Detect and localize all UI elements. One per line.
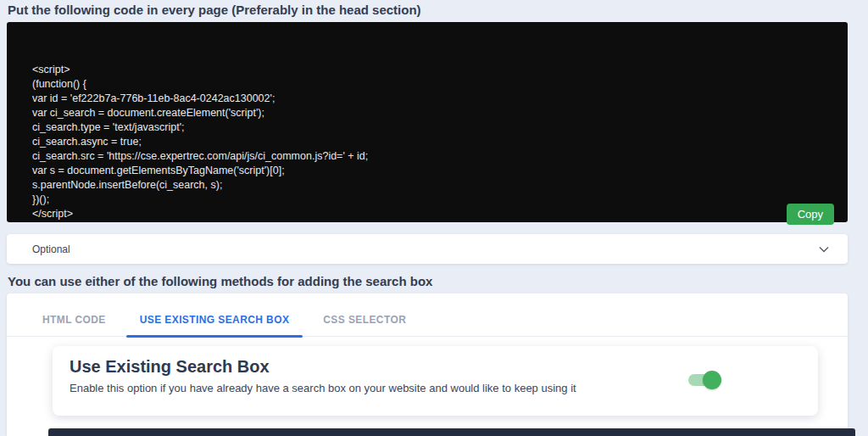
optional-accordion-header[interactable]: Optional: [7, 234, 848, 264]
tab-use-existing-search-box[interactable]: USE EXISTING SEARCH BOX: [126, 309, 303, 336]
methods-card: HTML CODE USE EXISTING SEARCH BOX CSS SE…: [7, 293, 848, 436]
tab-css-selector[interactable]: CSS SELECTOR: [309, 309, 420, 336]
code-install-page: Put the following code in every page (Pr…: [0, 0, 868, 436]
embed-code-block: <script> (function() { var id = 'ef222b7…: [7, 22, 848, 222]
toggle-knob: [703, 371, 721, 389]
next-code-block-edge: [48, 428, 855, 436]
use-existing-search-box-toggle[interactable]: [688, 374, 719, 386]
embed-code-text: <script> (function() { var id = 'ef222b7…: [32, 63, 831, 221]
copy-button[interactable]: Copy: [787, 204, 834, 225]
tab-html-code[interactable]: HTML CODE: [29, 309, 120, 336]
methods-heading: You can use either of the following meth…: [8, 274, 432, 288]
method-tabs: HTML CODE USE EXISTING SEARCH BOX CSS SE…: [7, 293, 848, 337]
install-code-heading: Put the following code in every page (Pr…: [8, 3, 421, 17]
optional-label: Optional: [32, 243, 70, 255]
chevron-down-icon[interactable]: [819, 246, 829, 253]
use-existing-search-box-card: Use Existing Search Box Enable this opti…: [53, 346, 818, 416]
